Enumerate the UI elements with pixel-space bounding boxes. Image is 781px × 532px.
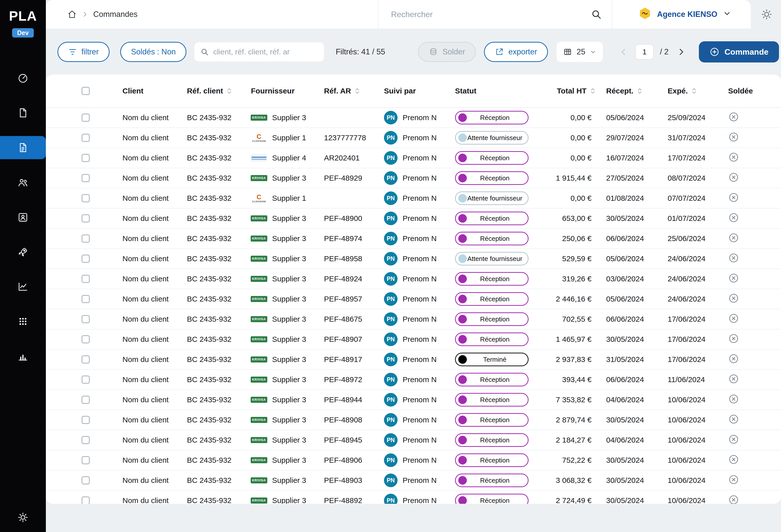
sidebar-item-team[interactable] [0, 171, 46, 194]
not-settled-icon[interactable] [728, 333, 739, 344]
table-row[interactable]: Nom du client BC 2435-932 KRIVISA Suppli… [46, 249, 781, 269]
expe-date-cell: 31/07/2024 [659, 133, 720, 142]
table-row[interactable]: Nom du client BC 2435-932 KRIVISA Suppli… [46, 350, 781, 370]
row-checkbox[interactable] [82, 114, 90, 122]
suivi-name: Prenom N [403, 234, 437, 243]
page-input[interactable] [635, 44, 654, 60]
col-recept[interactable]: Récept. [598, 87, 659, 95]
table-search-input[interactable] [213, 48, 318, 56]
table-row[interactable]: Nom du client BC 2435-932 CCLOVISION Sup… [46, 128, 781, 148]
row-checkbox[interactable] [82, 456, 90, 464]
row-checkbox[interactable] [82, 356, 90, 364]
row-checkbox[interactable] [82, 295, 90, 303]
col-ref-ar[interactable]: Réf. AR [324, 87, 384, 95]
not-settled-icon[interactable] [728, 454, 739, 465]
not-settled-icon[interactable] [728, 373, 739, 384]
prev-page-button[interactable] [617, 47, 630, 56]
col-total-ht[interactable]: Total HT [537, 87, 598, 95]
solder-button[interactable]: Solder [418, 42, 476, 62]
table-row[interactable]: Nom du client BC 2435-932 KRIVISA Suppli… [46, 390, 781, 410]
sidebar-item-stats[interactable] [0, 344, 46, 368]
row-checkbox[interactable] [82, 154, 90, 162]
not-settled-icon[interactable] [728, 192, 739, 203]
page-size-select[interactable]: 25 [557, 42, 603, 62]
account-menu[interactable]: Agence KIENSO [612, 7, 751, 22]
row-checkbox[interactable] [82, 396, 90, 404]
status-label: Réception [467, 275, 523, 283]
search-icon[interactable] [591, 9, 602, 22]
sidebar-item-settings[interactable] [0, 506, 46, 529]
row-checkbox[interactable] [82, 496, 90, 504]
table-row[interactable]: Nom du client BC 2435-932 KRIVISA Suppli… [46, 309, 781, 329]
home-icon[interactable] [68, 10, 77, 19]
table-row[interactable]: Nom du client BC 2435-932 KRIVISA Suppli… [46, 430, 781, 450]
not-settled-icon[interactable] [728, 111, 739, 122]
col-ref-client[interactable]: Réf. client [187, 87, 251, 95]
table-row[interactable]: Nom du client BC 2435-932 KRIVISA Suppli… [46, 229, 781, 249]
not-settled-icon[interactable] [728, 252, 739, 263]
export-button[interactable]: exporter [484, 42, 548, 62]
row-checkbox[interactable] [82, 376, 90, 384]
sidebar-item-apps[interactable] [0, 310, 46, 333]
not-settled-icon[interactable] [728, 131, 739, 142]
table-row[interactable]: Nom du client BC 2435-932 KRIVISA Suppli… [46, 470, 781, 491]
select-all-checkbox[interactable] [82, 87, 90, 95]
table-row[interactable]: Nom du client BC 2435-932 KRIVISA Suppli… [46, 108, 781, 128]
not-settled-icon[interactable] [728, 293, 739, 304]
row-checkbox[interactable] [82, 436, 90, 444]
not-settled-icon[interactable] [728, 353, 739, 364]
table-row[interactable]: Nom du client BC 2435-932 KRIVISA Suppli… [46, 450, 781, 470]
recept-date-cell: 16/07/2024 [598, 154, 659, 162]
theme-toggle[interactable] [761, 8, 773, 22]
status-label: Attente fournisseur [467, 255, 523, 263]
table-row[interactable]: Nom du client BC 2435-932 Supplier 4 AR2… [46, 148, 781, 168]
table-row[interactable]: Nom du client BC 2435-932 KRIVISA Suppli… [46, 491, 781, 504]
sidebar-item-orders[interactable] [0, 136, 46, 159]
filter-button[interactable]: filtrer [57, 42, 110, 62]
not-settled-icon[interactable] [728, 172, 739, 183]
not-settled-icon[interactable] [728, 414, 739, 425]
not-settled-icon[interactable] [728, 232, 739, 243]
row-checkbox[interactable] [82, 315, 90, 323]
row-checkbox[interactable] [82, 174, 90, 182]
new-order-button[interactable]: Commande [699, 41, 779, 63]
not-settled-icon[interactable] [728, 313, 739, 324]
table-row[interactable]: Nom du client BC 2435-932 KRIVISA Suppli… [46, 168, 781, 189]
status-dot [458, 355, 467, 364]
not-settled-icon[interactable] [728, 394, 739, 405]
col-expe[interactable]: Expé. [659, 87, 720, 95]
row-checkbox[interactable] [82, 255, 90, 263]
not-settled-icon[interactable] [728, 273, 739, 284]
table-row[interactable]: Nom du client BC 2435-932 KRIVISA Suppli… [46, 269, 781, 289]
row-checkbox[interactable] [82, 194, 90, 202]
table-row[interactable]: Nom du client BC 2435-932 KRIVISA Suppli… [46, 329, 781, 350]
row-checkbox[interactable] [82, 134, 90, 142]
row-checkbox[interactable] [82, 416, 90, 424]
global-search-input[interactable] [378, 0, 612, 29]
row-checkbox[interactable] [82, 335, 90, 343]
not-settled-icon[interactable] [728, 212, 739, 223]
status-badge: Réception [455, 151, 529, 165]
supplier-logo: KRIVISA [251, 175, 267, 181]
row-checkbox[interactable] [82, 235, 90, 243]
table-row[interactable]: Nom du client BC 2435-932 KRIVISA Suppli… [46, 289, 781, 309]
sidebar-item-contacts[interactable] [0, 206, 46, 229]
avatar: PN [384, 494, 398, 504]
not-settled-icon[interactable] [728, 434, 739, 445]
row-checkbox[interactable] [82, 476, 90, 484]
next-page-button[interactable] [675, 47, 688, 56]
table-row[interactable]: Nom du client BC 2435-932 KRIVISA Suppli… [46, 410, 781, 430]
table-row[interactable]: Nom du client BC 2435-932 CCLOVISION Sup… [46, 189, 781, 209]
table-row[interactable]: Nom du client BC 2435-932 KRIVISA Suppli… [46, 209, 781, 229]
not-settled-icon[interactable] [728, 494, 739, 504]
not-settled-icon[interactable] [728, 474, 739, 485]
sidebar-item-documents[interactable] [0, 101, 46, 124]
soldes-filter-button[interactable]: Soldés : Non [120, 42, 187, 62]
table-row[interactable]: Nom du client BC 2435-932 KRIVISA Suppli… [46, 370, 781, 390]
sidebar-item-launch[interactable] [0, 240, 46, 263]
sidebar-item-analytics[interactable] [0, 275, 46, 298]
sidebar-item-dashboard[interactable] [0, 67, 46, 90]
not-settled-icon[interactable] [728, 152, 739, 163]
row-checkbox[interactable] [82, 214, 90, 222]
row-checkbox[interactable] [82, 275, 90, 283]
